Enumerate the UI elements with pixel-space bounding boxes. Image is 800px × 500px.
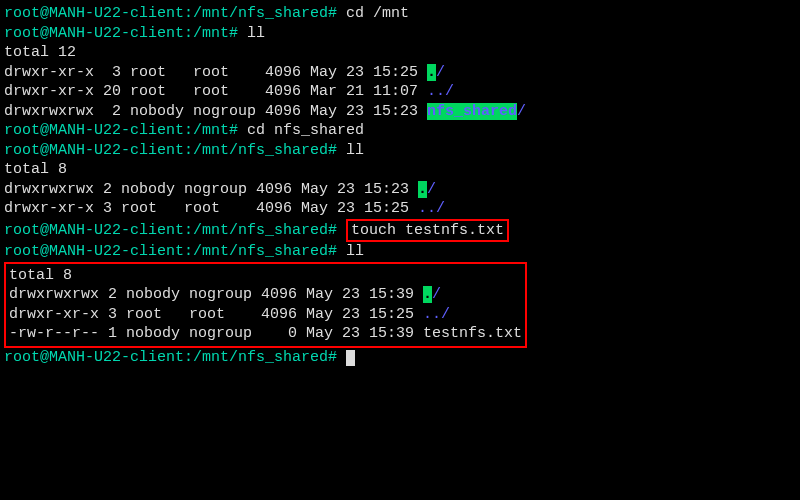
prompt-line-4: root@MANH-U22-client:/mnt/nfs_shared# ll bbox=[4, 141, 796, 161]
prompt-line-3: root@MANH-U22-client:/mnt# cd nfs_shared bbox=[4, 121, 796, 141]
prompt-line-7[interactable]: root@MANH-U22-client:/mnt/nfs_shared# bbox=[4, 348, 796, 368]
listing-row: drwxrwxrwx 2 nobody nogroup 4096 May 23 … bbox=[4, 180, 796, 200]
command: ll bbox=[346, 243, 364, 260]
listing-row: drwxrwxrwx 2 nobody nogroup 4096 May 23 … bbox=[9, 285, 522, 305]
command: ll bbox=[346, 142, 364, 159]
dir-parent: .. bbox=[423, 306, 441, 323]
command: cd /mnt bbox=[346, 5, 409, 22]
dir-nfs-shared: nfs_shared bbox=[427, 103, 517, 120]
listing-row: drwxr-xr-x 3 root root 4096 May 23 15:25… bbox=[4, 199, 796, 219]
prompt-path: /mnt/nfs_shared bbox=[193, 142, 328, 159]
dir-parent: .. bbox=[427, 83, 445, 100]
prompt-user: root@MANH-U22-client bbox=[4, 243, 184, 260]
dir-current: . bbox=[427, 64, 436, 81]
dir-current: . bbox=[418, 181, 427, 198]
listing-row: drwxr-xr-x 3 root root 4096 May 23 15:25… bbox=[9, 305, 522, 325]
prompt-path: /mnt bbox=[193, 122, 229, 139]
command: ll bbox=[247, 25, 265, 42]
prompt-user: root@MANH-U22-client bbox=[4, 142, 184, 159]
cursor bbox=[346, 350, 355, 366]
prompt-user: root@MANH-U22-client bbox=[4, 122, 184, 139]
total-line: total 8 bbox=[9, 266, 522, 286]
total-line: total 8 bbox=[4, 160, 796, 180]
dir-current: . bbox=[423, 286, 432, 303]
command-touch: touch testnfs.txt bbox=[351, 222, 504, 239]
listing-row: drwxr-xr-x 20 root root 4096 Mar 21 11:0… bbox=[4, 82, 796, 102]
prompt-user: root@MANH-U22-client bbox=[4, 349, 184, 366]
listing-row: drwxr-xr-x 3 root root 4096 May 23 15:25… bbox=[4, 63, 796, 83]
total-line: total 12 bbox=[4, 43, 796, 63]
listing-row: drwxrwxrwx 2 nobody nogroup 4096 May 23 … bbox=[4, 102, 796, 122]
prompt-path: /mnt bbox=[193, 25, 229, 42]
listing-row-testnfs: -rw-r--r-- 1 nobody nogroup 0 May 23 15:… bbox=[9, 324, 522, 344]
prompt-line-1: root@MANH-U22-client:/mnt/nfs_shared# cd… bbox=[4, 4, 796, 24]
highlighted-command-box: touch testnfs.txt bbox=[346, 219, 509, 243]
dir-parent: .. bbox=[418, 200, 436, 217]
prompt-user: root@MANH-U22-client bbox=[4, 222, 184, 239]
prompt-line-5: root@MANH-U22-client:/mnt/nfs_shared# to… bbox=[4, 219, 796, 243]
prompt-line-6: root@MANH-U22-client:/mnt/nfs_shared# ll bbox=[4, 242, 796, 262]
highlighted-output-box: total 8 drwxrwxrwx 2 nobody nogroup 4096… bbox=[4, 262, 527, 348]
prompt-path: /mnt/nfs_shared bbox=[193, 5, 328, 22]
prompt-path: /mnt/nfs_shared bbox=[193, 243, 328, 260]
command: cd nfs_shared bbox=[247, 122, 364, 139]
prompt-user: root@MANH-U22-client bbox=[4, 5, 184, 22]
prompt-path: /mnt/nfs_shared bbox=[193, 222, 328, 239]
prompt-path: /mnt/nfs_shared bbox=[193, 349, 328, 366]
prompt-user: root@MANH-U22-client bbox=[4, 25, 184, 42]
prompt-line-2: root@MANH-U22-client:/mnt# ll bbox=[4, 24, 796, 44]
